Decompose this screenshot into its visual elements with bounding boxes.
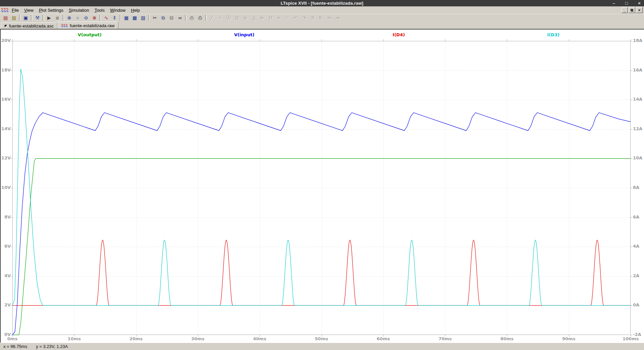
menu-simulation[interactable]: Simulation	[66, 7, 92, 13]
time-axis-label[interactable]: 80ms	[499, 336, 515, 341]
left-voltage-axis-label[interactable]: 8V	[0, 214, 11, 219]
run-simulation-icon[interactable]: ▶	[45, 14, 53, 21]
control-panel-icon[interactable]: ⚒	[33, 14, 42, 21]
zoom-in-icon[interactable]: ⊕	[65, 14, 73, 21]
redo-icon: ↷	[300, 14, 308, 21]
save-icon[interactable]: ▣	[21, 14, 30, 21]
time-axis-label[interactable]: 50ms	[314, 336, 330, 341]
title-bar: LTspice XVII - [fuente-estabilizada.raw]…	[0, 0, 644, 6]
plot-settings-icon[interactable]: ∿	[102, 14, 110, 21]
maximize-button[interactable]: □	[624, 0, 629, 6]
left-voltage-axis-label[interactable]: 10V	[0, 185, 11, 190]
tile-horizontally-icon[interactable]: ▩	[130, 14, 139, 21]
print-icon[interactable]: ⎙	[196, 14, 204, 21]
mdi-restore-button[interactable]: ⧉	[629, 7, 635, 13]
window-controls: – □ ×	[611, 0, 642, 6]
place-inductor-icon: ʒ	[250, 14, 258, 21]
time-axis[interactable]: 0ms10ms20ms30ms40ms50ms60ms70ms80ms90ms1…	[12, 335, 631, 342]
open-file-icon[interactable]: ▨	[10, 14, 18, 21]
print-preview-icon[interactable]: ⎙	[187, 14, 196, 21]
left-voltage-axis-label[interactable]: 20V	[0, 38, 11, 43]
tile-vertically-icon[interactable]: ▦	[122, 14, 130, 21]
cascade-windows-icon[interactable]: ▧	[139, 14, 147, 21]
autorange-axes-icon[interactable]: ⇕	[110, 14, 119, 21]
copy-icon[interactable]: ⧉	[159, 14, 167, 21]
toolbar-separator	[100, 15, 101, 21]
right-current-axis-label[interactable]: 12A	[633, 126, 642, 131]
window-title: LTspice XVII - [fuente-estabilizada.raw]	[281, 1, 364, 6]
time-axis-label[interactable]: 90ms	[561, 336, 577, 341]
close-button[interactable]: ×	[637, 0, 642, 6]
right-current-axis[interactable]: 18A16A14A12A10A8A6A4A2A0A-2A	[631, 41, 644, 335]
right-current-axis-label[interactable]: 4A	[633, 244, 639, 249]
place-capacitor-icon: ╪	[241, 14, 250, 21]
left-voltage-axis-label[interactable]: 2V	[0, 302, 11, 307]
menu-view[interactable]: View	[21, 7, 36, 13]
toolbar-separator	[31, 15, 32, 21]
zoom-full-extents-icon[interactable]: ⊗	[90, 14, 99, 21]
left-voltage-axis-label[interactable]: 16V	[0, 97, 11, 102]
left-voltage-axis-label[interactable]: 14V	[0, 126, 11, 131]
menu-help[interactable]: Help	[128, 7, 143, 13]
right-current-axis-label[interactable]: 14A	[633, 97, 642, 102]
tab-waveform[interactable]: ∿∿∿ ∿∿∿ fuente-estabilizada.raw	[57, 21, 118, 29]
menu-plot-settings[interactable]: Plot Settings	[36, 7, 66, 13]
time-axis-label[interactable]: 40ms	[252, 336, 268, 341]
right-current-axis-label[interactable]: 6A	[633, 214, 639, 219]
left-voltage-axis[interactable]: 20V18V16V14V12V10V8V6V4V2V0V	[0, 41, 11, 335]
right-current-axis-label[interactable]: 18A	[633, 38, 642, 43]
place-diode-icon: ⊳	[258, 14, 266, 21]
cut-icon[interactable]: ✂	[151, 14, 159, 21]
time-axis-label[interactable]: 30ms	[190, 336, 206, 341]
right-current-axis-label[interactable]: 16A	[633, 67, 642, 72]
paste-icon[interactable]: ⊟	[167, 14, 176, 21]
tab-waveform-label: fuente-estabilizada.raw	[70, 23, 115, 28]
cursor-y-readout: y = 3.23V, 1.23A	[36, 344, 68, 349]
right-current-axis-label[interactable]: 8A	[633, 185, 639, 190]
time-axis-label[interactable]: 20ms	[128, 336, 144, 341]
cursor-x-readout: x = 96.75ms	[3, 344, 27, 349]
mdi-close-button[interactable]: ×	[636, 7, 643, 13]
zoom-out-icon[interactable]: ⊖	[82, 14, 90, 21]
zoom-back-icon[interactable]: ○	[73, 14, 82, 21]
tab-strip: ◤ fuente-estabilizada.asc ∿∿∿ ∿∿∿ fuente…	[0, 21, 644, 29]
trace-V(output)[interactable]	[12, 158, 631, 335]
status-bar: x = 96.75ms y = 3.23V, 1.23A	[0, 343, 644, 350]
time-axis-label[interactable]: 10ms	[66, 336, 82, 341]
time-axis-label[interactable]: 100ms	[623, 336, 639, 341]
mdi-minimize-button[interactable]: _	[621, 7, 628, 13]
time-axis-label[interactable]: 0ms	[4, 336, 20, 341]
trace-I(D4)[interactable]	[12, 240, 631, 305]
left-voltage-axis-label[interactable]: 18V	[0, 67, 11, 72]
tab-schematic[interactable]: ◤ fuente-estabilizada.asc	[1, 22, 57, 29]
left-voltage-axis-label[interactable]: 6V	[0, 244, 11, 249]
time-axis-label[interactable]: 60ms	[375, 336, 391, 341]
menu-file[interactable]: File	[9, 7, 21, 13]
legend-V(input)[interactable]: V(input)	[234, 32, 254, 37]
time-axis-label[interactable]: 70ms	[437, 336, 453, 341]
legend-I(D3)[interactable]: I(D3)	[547, 32, 559, 37]
find-icon[interactable]: ∞	[176, 14, 184, 21]
right-current-axis-label[interactable]: 2A	[633, 273, 639, 278]
menu-tools[interactable]: Tools	[92, 7, 107, 13]
waveform-icon: ∿∿∿ ∿∿∿	[61, 24, 68, 27]
plot-box: V(output)V(input)I(D4)I(D3) 20V18V16V14V…	[12, 41, 631, 335]
undo-icon: ↶	[291, 14, 300, 21]
legend-V(output)[interactable]: V(output)	[78, 32, 102, 37]
menu-window[interactable]: Window	[107, 7, 128, 13]
legend-I(D4)[interactable]: I(D4)	[393, 32, 405, 37]
rotate-icon: ↻	[317, 14, 325, 21]
toolbar-separator	[19, 15, 20, 21]
move-icon: ⌖	[275, 14, 283, 21]
place-label-icon: Ⓐ	[224, 14, 233, 21]
minimize-button[interactable]: –	[611, 0, 616, 6]
trace-legend: V(output)V(input)I(D4)I(D3)	[12, 32, 631, 39]
new-schematic-icon[interactable]: ▤	[1, 14, 10, 21]
toolbar-separator	[148, 15, 150, 21]
waveform-plot[interactable]	[12, 41, 631, 335]
toolbar-separator	[43, 15, 44, 21]
right-current-axis-label[interactable]: 10A	[633, 155, 642, 160]
left-voltage-axis-label[interactable]: 4V	[0, 273, 11, 278]
right-current-axis-label[interactable]: 0A	[633, 302, 639, 307]
left-voltage-axis-label[interactable]: 12V	[0, 155, 11, 160]
